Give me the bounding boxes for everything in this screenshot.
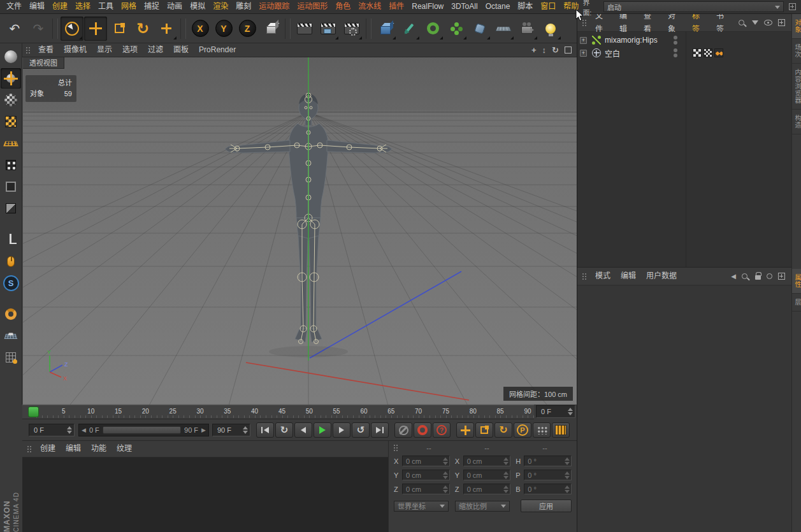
material-tab[interactable]: 创建	[35, 442, 61, 456]
scale-mode-dropdown[interactable]: 缩放比例	[455, 501, 510, 512]
object-name[interactable]: 空白	[602, 48, 663, 59]
spinner-arrows[interactable]	[440, 471, 448, 479]
play-button[interactable]	[314, 422, 331, 438]
snap-button[interactable]: S	[1, 273, 21, 293]
om-panel-icon[interactable]	[778, 19, 785, 26]
lock-workplane-button[interactable]	[1, 326, 21, 346]
enable-axis-button[interactable]	[1, 229, 21, 250]
rotate-button[interactable]: ↻	[131, 17, 154, 41]
menu-item[interactable]: 网格	[117, 0, 140, 13]
light-button[interactable]	[539, 17, 562, 41]
preview-range-slider[interactable]: ◀ 0 F 90 F ▶	[78, 424, 209, 436]
paint-mode-button[interactable]	[1, 304, 21, 324]
viewport-nav-button[interactable]	[1, 47, 21, 67]
am-menu-item[interactable]: 用户数据	[641, 270, 682, 283]
key-pla-button[interactable]	[533, 422, 551, 438]
deformer-button[interactable]	[468, 17, 491, 41]
viewport[interactable]: 透视视图 总计 对象59 网格间距：100 cm Y Z X	[22, 57, 577, 405]
coord-input[interactable]: 0 cm	[402, 456, 450, 466]
material-tab[interactable]: 纹理	[112, 442, 137, 456]
spinner-arrows[interactable]	[501, 485, 509, 493]
menu-item[interactable]: 插件	[385, 0, 408, 13]
dock-tab[interactable]: 场次	[792, 39, 801, 64]
am-menu-item[interactable]: 编辑	[616, 270, 641, 283]
object-row[interactable]: +mixamorig:Hips	[577, 34, 791, 47]
model-mode-button[interactable]	[1, 68, 21, 89]
tweak-mode-button[interactable]	[1, 251, 21, 271]
workplane-mode-button[interactable]	[1, 133, 21, 154]
layout-panel-icon[interactable]	[789, 3, 796, 10]
menu-item[interactable]: 运动图形	[293, 0, 331, 13]
texture-edit-button[interactable]	[1, 111, 21, 132]
keyframe-selection-button[interactable]	[433, 422, 451, 438]
dock-tab[interactable]: 对象	[792, 14, 801, 39]
next-frame-button[interactable]	[333, 422, 350, 438]
coord-system-dropdown[interactable]: 世界坐标	[394, 501, 449, 512]
spinner-arrows[interactable]	[440, 485, 448, 493]
menu-item[interactable]: 工具	[94, 0, 117, 13]
start-frame-field[interactable]: 0 F	[29, 424, 75, 436]
am-menu-item[interactable]: 模式	[590, 270, 616, 283]
goto-start-button[interactable]	[256, 422, 274, 438]
play-loop-button[interactable]	[275, 422, 293, 438]
prev-frame-button[interactable]	[294, 422, 312, 438]
menu-item[interactable]: 渲染	[209, 0, 232, 13]
om-search-icon[interactable]	[739, 20, 744, 25]
material-tab[interactable]: 功能	[86, 442, 112, 456]
coord-input[interactable]: 0 °	[524, 456, 572, 466]
menu-item[interactable]: 文件	[3, 0, 25, 13]
scale-button[interactable]	[108, 17, 131, 41]
move-button[interactable]	[84, 17, 107, 41]
menu-item[interactable]: 动画	[163, 0, 186, 13]
live-selection-button[interactable]	[61, 17, 83, 41]
subdivision-surface-button[interactable]	[421, 17, 444, 41]
am-lock-icon[interactable]	[755, 275, 761, 280]
dock-tab[interactable]: 内容浏览器	[792, 64, 801, 110]
timeline-window-button[interactable]	[552, 422, 570, 438]
key-parameter-button[interactable]: P	[514, 422, 531, 438]
om-filter-icon[interactable]	[752, 20, 758, 25]
key-position-button[interactable]	[456, 422, 474, 438]
rotate-view-icon[interactable]: ↻	[552, 46, 559, 54]
om-view-icon[interactable]	[764, 20, 772, 25]
grip-icon[interactable]	[25, 47, 31, 54]
grid-snap-button[interactable]	[1, 347, 21, 368]
material-area[interactable]	[22, 457, 388, 532]
coord-input[interactable]: 0 °	[524, 484, 572, 494]
menu-item[interactable]: 流水线	[354, 0, 385, 13]
coord-input[interactable]: 0 cm	[463, 484, 511, 494]
grip-icon[interactable]	[27, 445, 32, 453]
lock-y-button[interactable]: Y	[212, 17, 235, 41]
range-left-arrow-icon[interactable]: ◀	[82, 427, 86, 433]
spline-pen-button[interactable]	[398, 17, 421, 41]
render-settings-button[interactable]	[340, 17, 363, 41]
menu-item[interactable]: 捕捉	[140, 0, 163, 13]
coord-input[interactable]: 0 cm	[402, 470, 450, 480]
coord-input[interactable]: 0 cm	[463, 456, 511, 466]
viewport-menu-item[interactable]: 查看	[33, 43, 59, 57]
apply-button[interactable]: 应用	[521, 500, 572, 512]
am-panel-icon[interactable]	[778, 273, 785, 280]
current-frame-field[interactable]: 0 F	[536, 405, 575, 418]
visibility-dots[interactable]	[663, 48, 688, 57]
polygons-mode-button[interactable]	[1, 198, 21, 219]
redo-button[interactable]: ↷	[27, 17, 50, 41]
expand-icon[interactable]: +	[580, 37, 587, 44]
coord-system-button[interactable]	[259, 17, 282, 41]
texture-mode-button[interactable]	[1, 90, 21, 110]
mograph-button[interactable]	[445, 17, 468, 41]
render-view-button[interactable]	[293, 17, 316, 41]
primitive-cube-button[interactable]	[374, 17, 397, 41]
end-frame-field[interactable]: 90 F	[212, 424, 250, 436]
menu-item[interactable]: 创建	[48, 0, 71, 13]
timeline-scrubber[interactable]	[28, 406, 39, 417]
menu-item[interactable]: 3DToAll	[447, 0, 481, 13]
coord-input[interactable]: 0 cm	[463, 470, 511, 480]
visibility-dots[interactable]	[663, 36, 688, 45]
timeline-ruler[interactable]: 051015202530354045505560657075808590	[22, 405, 534, 419]
viewport-menu-item[interactable]: 面板	[168, 43, 194, 57]
spinner-arrows[interactable]	[64, 426, 72, 434]
spinner-arrows[interactable]	[562, 485, 570, 493]
toggle-view-icon[interactable]	[565, 47, 572, 54]
interface-dropdown[interactable]: 启动	[603, 1, 784, 12]
